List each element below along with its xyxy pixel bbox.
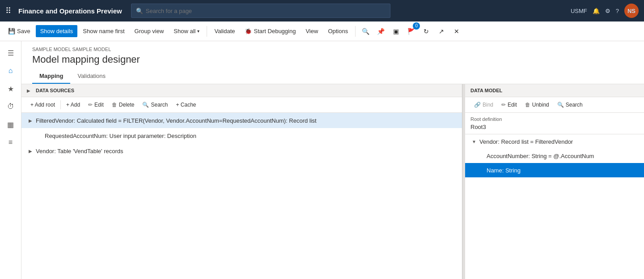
app-title: Finance and Operations Preview bbox=[18, 7, 122, 15]
bind-icon: 🔗 bbox=[474, 102, 481, 108]
page-title: Model mapping designer bbox=[32, 54, 633, 65]
dm-search-button[interactable]: 🔍 Search bbox=[554, 100, 586, 110]
expand-icon-1 bbox=[36, 132, 43, 139]
dm-edit-icon: ✏ bbox=[501, 102, 506, 108]
avatar[interactable]: NS bbox=[624, 4, 639, 18]
dm-unbind-button[interactable]: 🗑 Unbind bbox=[521, 100, 553, 110]
group-view-button[interactable]: Group view bbox=[130, 25, 169, 37]
expand-collapse-icon[interactable]: ▶ bbox=[27, 88, 30, 93]
app-grid-icon[interactable]: ⠿ bbox=[5, 6, 11, 16]
toolbar-divider-1 bbox=[60, 100, 61, 109]
pin-icon[interactable]: 📌 bbox=[373, 24, 388, 39]
dm-item-vendor[interactable]: ▼ Vendor: Record list = FilteredVendor bbox=[465, 134, 644, 149]
popout-icon[interactable]: ↗ bbox=[434, 24, 449, 39]
ds-add-button[interactable]: + Add bbox=[63, 100, 84, 110]
badge-wrapper: 🚩 0 bbox=[404, 24, 418, 39]
main-layout: ☰ ⌂ ★ ⏱ ▦ ≡ SAMPLE MODEL SAMPLE MODEL Mo… bbox=[0, 41, 644, 279]
ds-cache-button[interactable]: + Cache bbox=[172, 100, 199, 110]
debug-icon: 🐞 bbox=[245, 28, 252, 34]
delete-icon: 🗑 bbox=[112, 102, 117, 108]
search-cmd-icon[interactable]: 🔍 bbox=[358, 24, 373, 39]
data-sources-title: DATA SOURCES bbox=[36, 88, 457, 93]
page-header: SAMPLE MODEL SAMPLE MODEL Model mapping … bbox=[21, 41, 644, 84]
save-icon: 💾 bbox=[8, 28, 15, 34]
breadcrumb: SAMPLE MODEL SAMPLE MODEL bbox=[32, 47, 633, 52]
root-definition-section: Root definition Root3 bbox=[465, 113, 644, 134]
refresh-icon[interactable]: ↻ bbox=[419, 24, 433, 39]
data-sources-header: ▶ DATA SOURCES bbox=[21, 84, 462, 97]
edit-icon: ✏ bbox=[88, 102, 93, 108]
add-root-button[interactable]: + Add root bbox=[27, 100, 59, 110]
tree-item-filtered-vendor[interactable]: ▶ FilteredVendor: Calculated field = FIL… bbox=[21, 113, 462, 128]
data-sources-tree: ▶ FilteredVendor: Calculated field = FIL… bbox=[21, 113, 462, 279]
main-content: SAMPLE MODEL SAMPLE MODEL Model mapping … bbox=[21, 41, 644, 279]
data-model-panel: DATA MODEL 🔗 Bind ✏ Edit 🗑 Unbind bbox=[465, 84, 644, 279]
notification-badge: 0 bbox=[413, 22, 420, 30]
dm-item-account-number[interactable]: AccountNumber: String = @.AccountNum bbox=[465, 149, 644, 163]
tab-mapping[interactable]: Mapping bbox=[32, 69, 70, 84]
show-all-chevron-icon: ▾ bbox=[197, 29, 199, 34]
dm-expand-icon-1 bbox=[478, 152, 485, 159]
expand-icon-0[interactable]: ▶ bbox=[27, 117, 34, 124]
environment-label: USMF bbox=[571, 8, 587, 14]
validate-button[interactable]: Validate bbox=[210, 25, 239, 37]
data-model-toolbar: 🔗 Bind ✏ Edit 🗑 Unbind 🔍 Search bbox=[465, 97, 644, 113]
command-bar: 💾 Save Show details Show name first Grou… bbox=[0, 21, 644, 41]
data-model-header: DATA MODEL bbox=[465, 84, 644, 97]
cmd-divider-1 bbox=[207, 26, 207, 37]
top-nav: ⠿ Finance and Operations Preview 🔍 USMF … bbox=[0, 0, 644, 21]
save-button[interactable]: 💾 Save bbox=[4, 25, 35, 37]
show-name-first-button[interactable]: Show name first bbox=[78, 25, 129, 37]
search-icon: 🔍 bbox=[136, 8, 143, 14]
tree-item-vendor[interactable]: ▶ Vendor: Table 'VendTable' records bbox=[21, 143, 462, 159]
options-button[interactable]: Options bbox=[323, 25, 352, 37]
sidebar: ☰ ⌂ ★ ⏱ ▦ ≡ bbox=[0, 41, 21, 279]
close-icon[interactable]: ✕ bbox=[449, 24, 464, 39]
start-debugging-button[interactable]: 🐞 Start Debugging bbox=[240, 25, 300, 37]
unbind-icon: 🗑 bbox=[525, 102, 530, 108]
dm-search-icon: 🔍 bbox=[557, 102, 564, 108]
view-button[interactable]: View bbox=[301, 25, 322, 37]
expand-icon-2[interactable]: ▶ bbox=[27, 147, 34, 155]
sidebar-home-icon[interactable]: ⌂ bbox=[3, 63, 19, 79]
ds-search-icon: 🔍 bbox=[142, 102, 149, 108]
dm-item-name[interactable]: Name: String bbox=[465, 163, 644, 177]
ds-edit-button[interactable]: ✏ Edit bbox=[85, 100, 107, 110]
tab-validations[interactable]: Validations bbox=[70, 69, 113, 84]
notifications-icon[interactable]: 🔔 bbox=[593, 8, 600, 14]
root-definition-label: Root definition bbox=[470, 116, 639, 122]
content-area: ▶ DATA SOURCES + Add root + Add ✏ Edit bbox=[21, 84, 644, 279]
sidebar-menu-icon[interactable]: ☰ bbox=[3, 45, 19, 61]
help-icon[interactable]: ? bbox=[616, 8, 619, 14]
sidebar-workspaces-icon[interactable]: ▦ bbox=[3, 116, 19, 133]
ds-delete-button[interactable]: 🗑 Delete bbox=[108, 100, 138, 110]
show-details-button[interactable]: Show details bbox=[36, 25, 78, 37]
data-model-tree: ▼ Vendor: Record list = FilteredVendor A… bbox=[465, 134, 644, 279]
global-search-bar[interactable]: 🔍 bbox=[131, 4, 390, 18]
ds-search-button[interactable]: 🔍 Search bbox=[139, 100, 171, 110]
sidebar-favorites-icon[interactable]: ★ bbox=[3, 81, 19, 97]
data-sources-toolbar: + Add root + Add ✏ Edit 🗑 Delete bbox=[21, 97, 462, 113]
cmd-divider-2 bbox=[355, 26, 356, 37]
show-all-button[interactable]: Show all ▾ bbox=[169, 25, 204, 37]
sidebar-modules-icon[interactable]: ≡ bbox=[3, 134, 19, 150]
nav-right: USMF 🔔 ⚙ ? NS bbox=[571, 4, 639, 18]
sidebar-recent-icon[interactable]: ⏱ bbox=[3, 99, 19, 115]
dm-expand-icon-0[interactable]: ▼ bbox=[470, 138, 478, 145]
root-definition-value: Root3 bbox=[470, 124, 639, 130]
dm-edit-button[interactable]: ✏ Edit bbox=[498, 100, 521, 110]
dm-bind-button[interactable]: 🔗 Bind bbox=[470, 100, 497, 110]
settings-icon[interactable]: ⚙ bbox=[605, 8, 610, 14]
pane-icon[interactable]: ▣ bbox=[389, 24, 403, 39]
tree-item-requested-account[interactable]: RequestedAccountNum: User input paramete… bbox=[21, 128, 462, 143]
global-search-input[interactable] bbox=[146, 8, 386, 14]
data-sources-panel: ▶ DATA SOURCES + Add root + Add ✏ Edit bbox=[21, 84, 462, 279]
dm-expand-icon-2 bbox=[478, 167, 485, 174]
page-tabs: Mapping Validations bbox=[32, 69, 633, 84]
